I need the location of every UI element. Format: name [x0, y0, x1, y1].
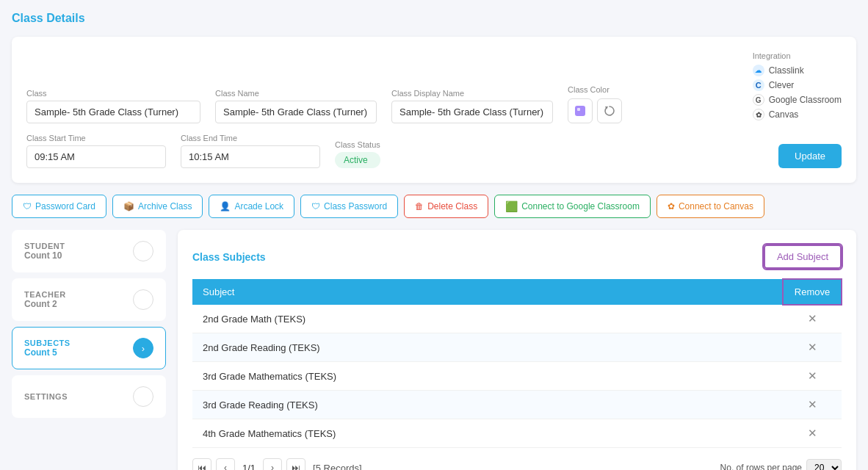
student-count: Count 10: [24, 250, 65, 261]
action-bar: 🛡 Password Card 📦 Archive Class 👤 Arcade…: [12, 195, 856, 218]
color-btn-2[interactable]: [597, 98, 622, 123]
subjects-label: SUBJECTS: [24, 339, 70, 347]
main-panel: Class Subjects Add Subject Subject Remov…: [178, 230, 856, 470]
integration-label: Integration: [753, 51, 842, 60]
teacher-count: Count 2: [24, 299, 66, 309]
class-end-input[interactable]: [181, 145, 320, 168]
pagination-bar: ⏮ ‹ 1/1 › ⏭ [5 Records] No. of rows per …: [192, 458, 842, 470]
class-display-name-input[interactable]: [391, 101, 553, 123]
table-header-row: Subject Remove: [192, 279, 842, 305]
page-info: 1/1: [242, 463, 256, 471]
class-select-wrapper: Sample- 5th Grade Class (Turner): [26, 101, 200, 123]
status-badge: Active: [335, 152, 380, 168]
google-icon: G: [753, 94, 764, 106]
table-row: 4th Grade Mathematics (TEKS) ✕: [192, 419, 842, 448]
remove-cell: ✕: [783, 305, 842, 333]
class-start-group: Class Start Time: [26, 134, 166, 168]
table-row: 2nd Grade Math (TEKS) ✕: [192, 305, 842, 333]
panel-title: Class Subjects: [192, 251, 266, 263]
sidebar-item-settings[interactable]: SETTINGS: [12, 375, 166, 418]
class-status-label: Class Status: [335, 140, 380, 149]
trash-icon: 🗑: [415, 201, 424, 212]
class-field-group: Class Sample- 5th Grade Class (Turner): [26, 89, 200, 123]
table-body: 2nd Grade Math (TEKS) ✕ 2nd Grade Readin…: [192, 305, 842, 448]
svg-rect-1: [577, 108, 580, 111]
arrow-right-icon: ›: [142, 343, 145, 354]
subjects-circle: ›: [133, 338, 153, 358]
class-label: Class: [26, 89, 200, 98]
next-page-button[interactable]: ›: [263, 458, 282, 470]
remove-x-icon[interactable]: ✕: [808, 341, 817, 353]
shield-icon-2: 🛡: [311, 201, 320, 212]
add-subject-button[interactable]: Add Subject: [764, 245, 842, 269]
class-end-label: Class End Time: [181, 134, 320, 142]
integration-section: Integration ☁ Classlink C Clever G Googl…: [753, 51, 842, 123]
color-btn-1[interactable]: [568, 98, 593, 123]
page-title: Class Details: [12, 12, 856, 25]
table-row: 2nd Grade Reading (TEKS) ✕: [192, 333, 842, 362]
shield-icon-1: 🛡: [23, 201, 32, 212]
remove-cell: ✕: [783, 419, 842, 448]
form-top-row: Class Sample- 5th Grade Class (Turner) C…: [26, 51, 842, 123]
archive-class-button[interactable]: 📦 Archive Class: [112, 195, 203, 218]
table-row: 3rd Grade Mathematics (TEKS) ✕: [192, 362, 842, 391]
sidebar-item-subjects[interactable]: SUBJECTS Count 5 ›: [12, 327, 166, 369]
settings-label: SETTINGS: [24, 392, 68, 401]
prev-page-button[interactable]: ‹: [216, 458, 235, 470]
clever-icon: C: [753, 79, 764, 91]
form-second-row: Class Start Time Class End Time Class St…: [26, 134, 842, 168]
integration-classlink: ☁ Classlink: [753, 65, 842, 76]
arcade-lock-button[interactable]: 👤 Arcade Lock: [209, 195, 294, 218]
sidebar: STUDENT Count 10 TEACHER Count 2 SUBJECT…: [12, 230, 166, 470]
subject-cell: 4th Grade Mathematics (TEKS): [192, 419, 783, 448]
class-display-name-group: Class Display Name: [391, 89, 553, 123]
student-circle: [133, 241, 153, 261]
svg-rect-0: [575, 106, 585, 116]
remove-cell: ✕: [783, 391, 842, 419]
integration-google: G Google Classroom: [753, 94, 842, 106]
sidebar-item-student[interactable]: STUDENT Count 10: [12, 230, 166, 272]
last-page-button[interactable]: ⏭: [286, 458, 305, 470]
class-start-input[interactable]: [26, 145, 166, 168]
teacher-circle: [133, 289, 153, 310]
archive-icon: 📦: [123, 201, 134, 212]
subjects-table: Subject Remove 2nd Grade Math (TEKS) ✕ 2…: [192, 279, 842, 448]
subject-cell: 3rd Grade Reading (TEKS): [192, 391, 783, 419]
class-status-group: Class Status Active: [335, 140, 380, 168]
content-area: STUDENT Count 10 TEACHER Count 2 SUBJECT…: [12, 230, 856, 470]
class-select[interactable]: Sample- 5th Grade Class (Turner): [26, 101, 200, 123]
class-name-label: Class Name: [215, 89, 377, 98]
remove-x-icon[interactable]: ✕: [808, 312, 817, 325]
class-name-group: Class Name: [215, 89, 377, 123]
remove-x-icon[interactable]: ✕: [808, 369, 817, 382]
person-icon: 👤: [220, 201, 231, 212]
palette-icon: [574, 104, 587, 118]
remove-col-header: Remove: [783, 279, 842, 305]
subject-col-header: Subject: [192, 279, 783, 305]
color-icon-row: [568, 98, 622, 123]
panel-header: Class Subjects Add Subject: [192, 245, 842, 269]
connect-google-button[interactable]: 🟩 Connect to Google Classroom: [494, 195, 651, 218]
clever-label: Clever: [769, 80, 795, 90]
update-button[interactable]: Update: [778, 144, 842, 168]
class-display-name-label: Class Display Name: [391, 89, 553, 98]
classlink-label: Classlink: [769, 65, 804, 76]
remove-x-icon[interactable]: ✕: [808, 398, 817, 411]
first-page-button[interactable]: ⏮: [192, 458, 211, 470]
remove-x-icon[interactable]: ✕: [808, 427, 817, 439]
canvas-label: Canvas: [769, 109, 799, 120]
class-details-card: Class Sample- 5th Grade Class (Turner) C…: [12, 37, 856, 183]
rows-per-page-label: No. of rows per page: [720, 463, 802, 470]
delete-class-button[interactable]: 🗑 Delete Class: [404, 195, 488, 218]
integration-canvas: ✿ Canvas: [753, 109, 842, 120]
class-name-input[interactable]: [215, 101, 377, 123]
google-classroom-icon: 🟩: [505, 200, 518, 212]
remove-cell: ✕: [783, 333, 842, 362]
password-card-button[interactable]: 🛡 Password Card: [12, 195, 106, 218]
class-color-group: Class Color: [568, 85, 622, 123]
connect-canvas-button[interactable]: ✿ Connect to Canvas: [657, 195, 764, 218]
class-password-button[interactable]: 🛡 Class Password: [300, 195, 398, 218]
rows-per-page-select[interactable]: 20: [806, 459, 842, 470]
sidebar-item-teacher[interactable]: TEACHER Count 2: [12, 278, 166, 321]
table-head: Subject Remove: [192, 279, 842, 305]
